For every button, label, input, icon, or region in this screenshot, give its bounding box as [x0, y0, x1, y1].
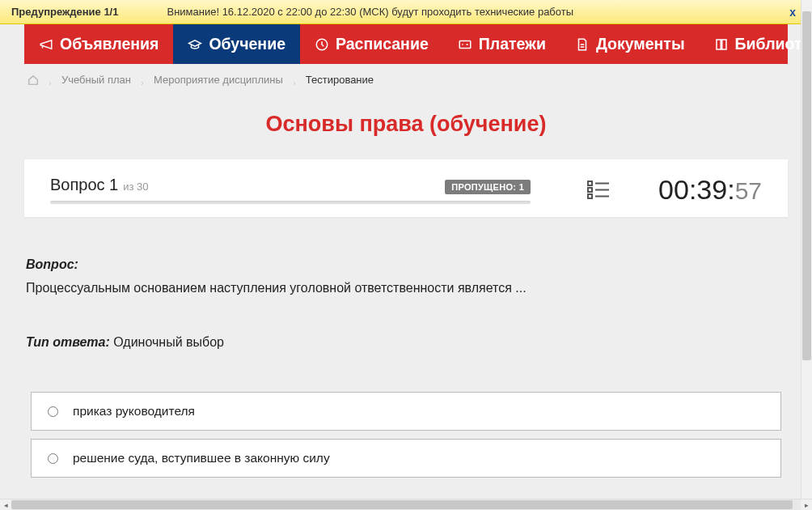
nav-label: Объявления — [60, 35, 159, 53]
nav-label: Документы — [596, 35, 685, 53]
chevron-right-icon — [291, 77, 298, 83]
timer: 00:39:57 — [658, 174, 762, 206]
nav-documents[interactable]: Документы — [560, 24, 700, 64]
breadcrumb-link[interactable]: Учебный план — [61, 74, 131, 86]
timer-main: 00:39: — [658, 174, 735, 206]
nav-payments[interactable]: Платежи — [443, 24, 560, 64]
answer-radio[interactable] — [48, 406, 58, 417]
warning-bar: Предупреждение 1/1 Внимание! 16.12.2020 … — [0, 0, 812, 24]
timer-seconds: 57 — [735, 177, 762, 205]
scrollbar-thumb[interactable] — [802, 11, 811, 360]
megaphone-icon — [39, 37, 53, 52]
warning-message: Внимание! 16.12.2020 с 22:00 до 22:30 (М… — [167, 6, 785, 18]
document-icon — [575, 37, 590, 52]
svg-rect-2 — [588, 181, 592, 185]
nav-label: Расписание — [336, 35, 429, 53]
breadcrumb: Учебный план Мероприятие дисциплины Тест… — [0, 64, 812, 96]
chevron-right-icon — [47, 77, 53, 83]
question-total: из 30 — [123, 181, 148, 193]
page-title: Основы права (обучение) — [0, 112, 812, 137]
chevron-right-icon — [139, 77, 146, 83]
home-icon[interactable] — [27, 74, 39, 86]
svg-rect-6 — [588, 194, 592, 198]
nav-schedule[interactable]: Расписание — [300, 24, 443, 64]
answers-list: приказ руководителя решение суда, вступи… — [26, 392, 786, 478]
horizontal-scrollbar[interactable]: ◂ ▸ — [0, 499, 812, 510]
scrollbar-track[interactable] — [11, 499, 801, 510]
test-header-panel: Вопрос 1 из 30 ПРОПУЩЕНО: 1 00:39:57 — [24, 159, 788, 217]
warning-title: Предупреждение 1/1 — [11, 6, 118, 18]
question-content: Вопрос: Процессуальным основанием наступ… — [0, 217, 812, 478]
main-nav: Объявления Обучение Расписание Платежи Д… — [24, 24, 788, 64]
answer-text: решение суда, вступившее в законную силу — [73, 451, 330, 465]
nav-library[interactable]: Библиотека — [700, 24, 812, 64]
answer-radio[interactable] — [48, 453, 58, 464]
answer-type-label: Тип ответа: — [26, 335, 110, 349]
nav-learning[interactable]: Обучение — [173, 24, 300, 64]
progress-bar — [50, 201, 531, 204]
svg-rect-1 — [459, 40, 471, 48]
question-list-icon[interactable] — [587, 180, 610, 201]
nav-label: Обучение — [209, 35, 285, 53]
warning-close-button[interactable]: x — [785, 6, 801, 19]
question-label: Вопрос: — [26, 257, 786, 272]
scrollbar-thumb[interactable] — [11, 500, 793, 509]
book-icon — [714, 37, 729, 52]
question-number: Вопрос 1 — [50, 176, 118, 194]
answer-option[interactable]: приказ руководителя — [31, 392, 781, 431]
answer-option[interactable]: решение суда, вступившее в законную силу — [31, 439, 781, 478]
answer-type-value: Одиночный выбор — [110, 335, 224, 349]
question-text: Процессуальным основанием наступления уг… — [26, 278, 786, 298]
breadcrumb-link[interactable]: Мероприятие дисциплины — [154, 74, 283, 86]
breadcrumb-current: Тестирование — [306, 74, 374, 86]
scroll-left-arrow[interactable]: ◂ — [0, 501, 11, 509]
graduation-cap-icon — [188, 37, 202, 52]
vertical-scrollbar[interactable] — [801, 0, 812, 499]
nav-label: Платежи — [479, 35, 546, 53]
clock-icon — [315, 37, 329, 52]
scroll-right-arrow[interactable]: ▸ — [801, 501, 812, 509]
svg-rect-4 — [588, 188, 592, 192]
answer-text: приказ руководителя — [73, 404, 195, 419]
skipped-badge: ПРОПУЩЕНО: 1 — [445, 180, 531, 194]
payment-icon — [458, 37, 472, 52]
nav-announcements[interactable]: Объявления — [24, 24, 173, 64]
